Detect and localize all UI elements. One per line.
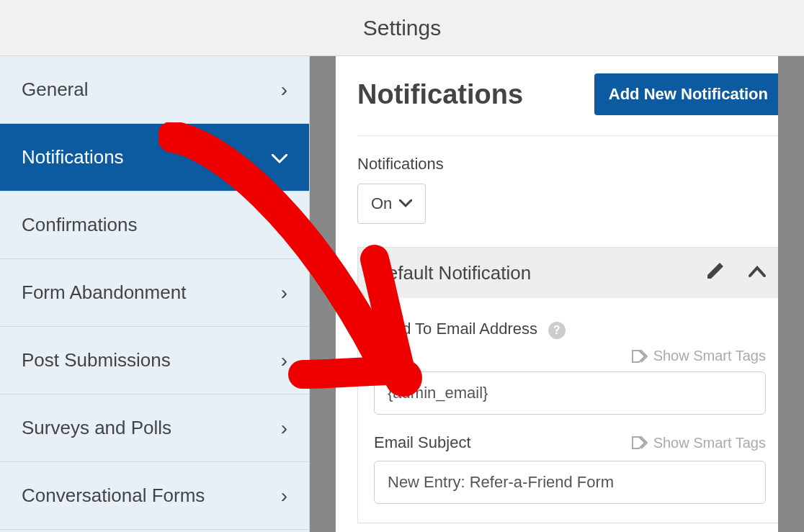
- chevron-right-icon: ›: [281, 349, 287, 372]
- sidebar-item-label: Form Abandonment: [22, 281, 186, 304]
- chevron-down-icon: [272, 146, 287, 169]
- add-notification-button[interactable]: Add New Notification: [594, 73, 782, 115]
- chevron-right-icon: ›: [281, 214, 287, 237]
- sidebar-item-post-submissions[interactable]: Post Submissions ›: [0, 327, 309, 395]
- help-icon[interactable]: ?: [548, 322, 566, 339]
- send-to-label: Send To Email Address: [374, 320, 537, 338]
- sidebar-item-label: Confirmations: [22, 214, 137, 236]
- sidebar-item-label: General: [22, 78, 89, 101]
- sidebar-item-general[interactable]: General ›: [0, 56, 309, 124]
- tags-icon: [632, 436, 648, 449]
- smart-tags-label: Show Smart Tags: [653, 348, 766, 364]
- show-smart-tags-link[interactable]: Show Smart Tags: [632, 435, 766, 451]
- settings-sidebar: General › Notifications Confirmations › …: [0, 56, 310, 532]
- chevron-right-icon: ›: [281, 78, 287, 102]
- sidebar-item-label: Surveys and Polls: [22, 417, 171, 439]
- notification-panel: Default Notification Send To Email Addre…: [357, 247, 782, 523]
- notifications-toggle-select[interactable]: On: [357, 184, 426, 224]
- sidebar-item-notifications[interactable]: Notifications: [0, 124, 309, 191]
- chevron-down-icon: [399, 199, 412, 208]
- edit-icon[interactable]: [705, 262, 724, 284]
- smart-tags-label: Show Smart Tags: [653, 435, 766, 451]
- sidebar-item-form-abandonment[interactable]: Form Abandonment ›: [0, 259, 309, 327]
- sidebar-item-label: Post Submissions: [22, 349, 171, 371]
- page-title: Settings: [363, 16, 441, 40]
- panel-title: Default Notification: [374, 262, 531, 284]
- panel-header[interactable]: Default Notification: [358, 248, 782, 298]
- topbar: Settings: [0, 0, 804, 56]
- chevron-right-icon: ›: [281, 417, 287, 440]
- subject-input[interactable]: [374, 461, 766, 504]
- toggle-value: On: [371, 194, 392, 213]
- send-to-input[interactable]: [374, 371, 766, 415]
- main-panel: Notifications Add New Notification Notif…: [336, 56, 804, 532]
- sidebar-item-conversational-forms[interactable]: Conversational Forms ›: [0, 462, 309, 530]
- subject-label: Email Subject: [374, 433, 471, 452]
- show-smart-tags-link[interactable]: Show Smart Tags: [632, 348, 766, 364]
- notifications-toggle-label: Notifications: [357, 155, 782, 173]
- sidebar-item-label: Notifications: [22, 146, 124, 168]
- chevron-right-icon: ›: [281, 281, 287, 305]
- collapse-icon[interactable]: [749, 266, 766, 280]
- sidebar-item-label: Conversational Forms: [22, 484, 205, 507]
- sidebar-item-confirmations[interactable]: Confirmations ›: [0, 191, 309, 259]
- tags-icon: [632, 350, 648, 363]
- sidebar-item-surveys-polls[interactable]: Surveys and Polls ›: [0, 395, 309, 462]
- chevron-right-icon: ›: [281, 484, 287, 508]
- main-heading: Notifications: [357, 79, 523, 110]
